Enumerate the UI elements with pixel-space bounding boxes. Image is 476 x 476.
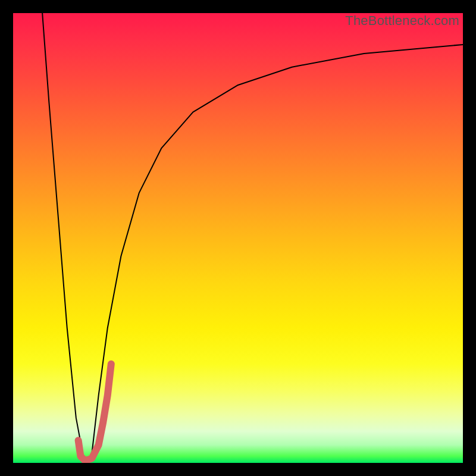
watermark-text: TheBottleneck.com xyxy=(345,13,459,29)
chart-frame: TheBottleneck.com xyxy=(0,0,476,476)
plot-area: TheBottleneck.com xyxy=(13,13,463,463)
series-marker-J xyxy=(79,364,111,461)
series-group xyxy=(42,13,463,461)
curve-layer xyxy=(13,13,463,463)
series-right-curve xyxy=(92,45,463,454)
series-left-line xyxy=(42,13,83,454)
